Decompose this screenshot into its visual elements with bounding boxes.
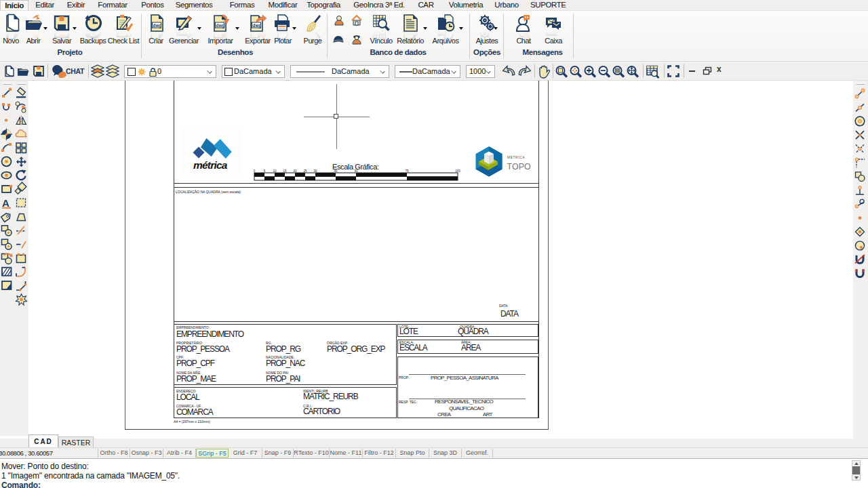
svg-text:25: 25 <box>303 169 307 173</box>
svg-text:100: 100 <box>455 169 460 173</box>
svg-text:A: A <box>2 197 9 209</box>
svg-text:20: 20 <box>293 169 297 173</box>
svg-text:TOPO: TOPO <box>507 162 531 171</box>
svg-text:75: 75 <box>405 169 409 173</box>
svg-text:0: 0 <box>254 169 256 173</box>
svg-text:10: 10 <box>273 169 277 173</box>
svg-text:30: 30 <box>313 169 317 173</box>
svg-text:5: 5 <box>264 169 266 173</box>
svg-text:METRICA: METRICA <box>507 155 525 159</box>
svg-text:métrica: métrica <box>193 159 228 171</box>
svg-text:15: 15 <box>283 169 287 173</box>
svg-text:dwg: dwg <box>253 23 262 28</box>
svg-text:50: 50 <box>354 169 358 173</box>
svg-text:40: 40 <box>334 169 338 173</box>
svg-text:dwg: dwg <box>153 23 162 28</box>
svg-text:dwg: dwg <box>216 23 225 28</box>
